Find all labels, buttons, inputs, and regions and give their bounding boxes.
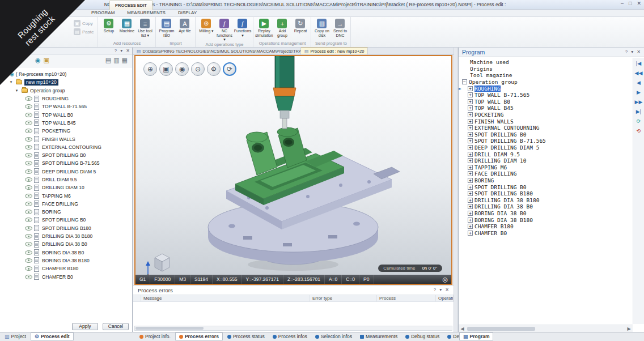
functions-button[interactable]: ƒFunctions ▾ xyxy=(234,18,251,42)
paste-button[interactable]: ▤Paste xyxy=(74,28,94,35)
tree-node-chamfer-b0[interactable]: CHAMFER B0 xyxy=(0,272,132,280)
statusbar-tab-process-infos[interactable]: Process infos xyxy=(269,333,311,340)
program-op-top-wall-b0[interactable]: +TOP WALL B0 xyxy=(461,99,633,105)
program-op-face-drilling[interactable]: +FACE DRILLING xyxy=(461,170,633,177)
close-panel-icon[interactable]: ✕ xyxy=(126,48,130,53)
expand-plus-icon[interactable]: + xyxy=(468,178,473,183)
ribbon-tab-program[interactable]: PROGRAM xyxy=(85,10,121,16)
expand-plus-icon[interactable]: + xyxy=(468,119,473,124)
machine-button[interactable]: ▦Machine xyxy=(118,18,135,41)
scroll-right-icon[interactable]: ▶ xyxy=(625,326,633,331)
palette-icon[interactable]: ▣ xyxy=(44,57,49,64)
visibility-eye-icon[interactable] xyxy=(25,145,32,150)
tree-node-top-wall-b-71-565[interactable]: TOP WALL B-71.565 xyxy=(0,103,132,110)
reset-icon[interactable]: ⟲ xyxy=(637,128,641,134)
tree-node-roughing[interactable]: ROUGHING xyxy=(0,95,132,103)
program-node-machine-used[interactable]: Machine used xyxy=(461,59,633,66)
errors-horizontal-scrollbar[interactable] xyxy=(134,326,452,331)
visibility-eye-icon[interactable] xyxy=(25,161,32,165)
refresh-icon[interactable]: ⟳ xyxy=(637,118,641,124)
copy-button[interactable]: ▣Copy xyxy=(74,20,94,27)
visibility-eye-icon[interactable] xyxy=(25,129,32,133)
tree-node-face-drilling[interactable]: FACE DRILLING xyxy=(0,200,132,208)
program-op-drilling-diam-10[interactable]: +DRILLING DIAM 10 xyxy=(461,157,633,164)
visibility-eye-icon[interactable] xyxy=(25,104,32,109)
orbit-view-icon[interactable]: ⊕ xyxy=(143,62,157,76)
detach-status-icon[interactable]: ◎ xyxy=(442,276,448,283)
tree-node-spot-drilling-b0[interactable]: SPOT DRILLING B0 xyxy=(0,151,132,159)
repeat-button[interactable]: ↻Repeat xyxy=(291,18,309,41)
nc-functions-button[interactable]: ƒNC functions ▾ xyxy=(215,18,233,42)
visibility-eye-icon[interactable] xyxy=(25,226,32,231)
expand-plus-icon[interactable]: + xyxy=(468,145,473,150)
tree-node-tapping-m6[interactable]: TAPPING M6 xyxy=(0,191,132,199)
expand-plus-icon[interactable]: + xyxy=(468,92,473,97)
minimize-button[interactable]: – xyxy=(621,1,624,6)
apt-file-button[interactable]: AApt file xyxy=(176,18,193,41)
copy-on-disk-button[interactable]: ▥Copy on disk xyxy=(313,18,331,41)
help-icon[interactable]: ? xyxy=(625,49,628,54)
zoom-icon[interactable]: ⊙ xyxy=(191,62,205,76)
list-view-icon[interactable]: ▤ xyxy=(105,57,111,64)
view-tab-process-edit[interactable]: ⚙Process edit xyxy=(31,333,74,340)
close-panel-icon[interactable]: ✕ xyxy=(445,287,449,292)
settings-icon[interactable]: ⚙ xyxy=(207,62,221,76)
target-icon[interactable]: ◉ xyxy=(35,57,41,64)
visibility-eye-icon[interactable] xyxy=(25,258,32,263)
visibility-eye-icon[interactable] xyxy=(25,202,32,206)
go-first-icon[interactable]: |◀ xyxy=(636,61,641,66)
vertical-scrollbar[interactable] xyxy=(454,48,458,332)
expand-plus-icon[interactable]: + xyxy=(468,211,473,216)
tab-process-edit[interactable]: PROCESS EDIT xyxy=(109,1,152,10)
expand-icon[interactable]: ▾ xyxy=(3,72,8,76)
tool-display-icon[interactable]: ◉ xyxy=(175,62,189,76)
document-tab-project[interactable]: ▤ D:\Data\SPRING TECHNOLOGIES\NCSIMUL SO… xyxy=(133,48,301,54)
expand-plus-icon[interactable]: + xyxy=(468,112,473,117)
tree-node-finish-walls[interactable]: FINISH WALLS xyxy=(0,135,132,143)
help-icon[interactable]: ? xyxy=(434,287,436,292)
visibility-eye-icon[interactable] xyxy=(25,234,32,238)
statusbar-tab-debug-status[interactable]: Debug status xyxy=(402,333,443,340)
ribbon-tab-measurements[interactable]: MEASUREMENTS xyxy=(121,10,172,16)
program-op-spot-drilling-b-71-565[interactable]: +SPOT DRILLING B-71.565 xyxy=(461,138,633,144)
program-op-chamfer-b180[interactable]: +CHAMFER B180 xyxy=(461,223,633,230)
visibility-eye-icon[interactable] xyxy=(25,242,32,246)
play-back-icon[interactable]: ◀ xyxy=(637,80,641,86)
visibility-eye-icon[interactable] xyxy=(25,121,32,125)
pin-icon[interactable]: ▾ xyxy=(120,48,122,53)
scrollbar-thumb[interactable] xyxy=(135,327,204,330)
ribbon-tab-display[interactable]: DISPLAY xyxy=(172,10,203,16)
viewport-3d-scene[interactable] xyxy=(135,56,451,284)
tree-node-top-wall-b45[interactable]: TOP WALL B45 xyxy=(0,119,132,127)
detail-view-icon[interactable]: ▦ xyxy=(122,57,128,64)
visibility-eye-icon[interactable] xyxy=(25,218,32,222)
expand-plus-icon[interactable]: + xyxy=(468,105,473,110)
expand-plus-icon[interactable]: + xyxy=(468,138,473,143)
visibility-eye-icon[interactable] xyxy=(25,177,32,182)
program-op-top-wall-b45[interactable]: +TOP WALL B45 xyxy=(461,105,633,112)
expand-plus-icon[interactable]: + xyxy=(468,191,473,196)
expand-plus-icon[interactable]: + xyxy=(468,125,473,130)
visibility-eye-icon[interactable] xyxy=(25,137,32,142)
program-op-top-wall-b-71-565[interactable]: +TOP WALL B-71.565 xyxy=(461,92,633,99)
send-to-dnc-button[interactable]: →Send to DNC xyxy=(331,18,349,41)
scroll-left-icon[interactable]: ◀ xyxy=(459,326,466,331)
tree-node-operation-group[interactable]: ▾Operation group xyxy=(0,87,132,95)
tree-node-top-wall-b0[interactable]: TOP WALL B0 xyxy=(0,110,132,118)
simulation-viewport[interactable]: ⊕▣◉⊙⚙⟳ Cumulated time 0h 0' 0" G1F30000M… xyxy=(134,55,452,285)
program-op-boring[interactable]: +BORING xyxy=(461,177,633,184)
program-op-tapping-m6[interactable]: +TAPPING M6 xyxy=(461,164,633,171)
expand-plus-icon[interactable]: + xyxy=(468,204,473,209)
program-op-boring-dia-38-b180[interactable]: +BORING DIA 38 B180 xyxy=(461,216,633,223)
step-forward-icon[interactable]: ▶▶ xyxy=(635,99,643,105)
expand-plus-icon[interactable]: + xyxy=(468,158,473,163)
tree-node-deep-drilling-diam-5[interactable]: DEEP DRILLING DIAM 5 xyxy=(0,168,132,176)
program-op-finish-walls[interactable]: +FINISH WALLS xyxy=(461,118,633,125)
program-op-external-contourning[interactable]: +EXTERNAL CONTOURNING xyxy=(461,125,633,131)
program-node-tool-magazine[interactable]: Tool magazine xyxy=(461,72,633,79)
statusbar-tab-measurements[interactable]: Measurements xyxy=(357,333,401,340)
tree-node-root[interactable]: ▾◉( Re-process mp10+20) xyxy=(0,70,132,78)
tree-node-program[interactable]: ▾new mp10+20 xyxy=(0,78,132,86)
expand-plus-icon[interactable]: + xyxy=(468,86,473,91)
tree-node-chamfer-b180[interactable]: CHAMFER B180 xyxy=(0,265,132,272)
